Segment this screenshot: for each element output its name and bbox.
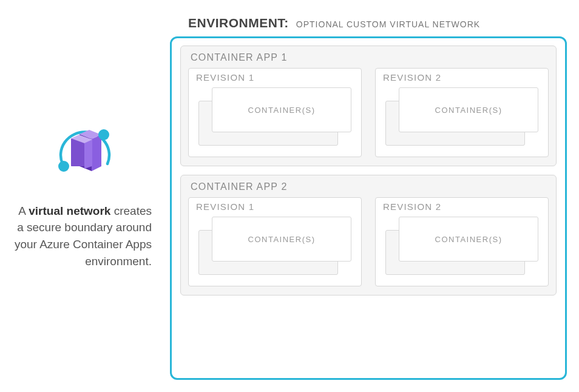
container-card-front: CONTAINER(S)	[399, 217, 538, 262]
revision-row: REVISION 1 CONTAINER(S) REVISION 2 CONTA…	[188, 68, 549, 157]
environment-box: CONTAINER APP 1 REVISION 1 CONTAINER(S) …	[170, 36, 567, 380]
environment-label: ENVIRONMENT:	[188, 16, 289, 30]
environment-header: ENVIRONMENT: OPTIONAL CUSTOM VIRTUAL NET…	[170, 12, 567, 36]
app-title: CONTAINER APP 2	[191, 181, 549, 192]
desc-bold: virtual network	[29, 204, 110, 217]
desc-prefix: A	[18, 204, 29, 217]
container-card-front: CONTAINER(S)	[212, 87, 351, 132]
container-stack: CONTAINER(S)	[385, 87, 538, 148]
container-label: CONTAINER(S)	[435, 106, 503, 115]
container-stack: CONTAINER(S)	[198, 87, 351, 148]
environment-sublabel: OPTIONAL CUSTOM VIRTUAL NETWORK	[296, 19, 480, 29]
revision-title: REVISION 1	[196, 201, 355, 212]
description-text: A virtual network creates a secure bound…	[12, 203, 158, 269]
svg-rect-1	[84, 138, 92, 169]
virtual-network-icon	[52, 123, 118, 186]
revision-box: REVISION 1 CONTAINER(S)	[188, 197, 362, 286]
container-label: CONTAINER(S)	[248, 235, 316, 244]
container-card-front: CONTAINER(S)	[212, 217, 351, 262]
svg-point-2	[98, 129, 109, 140]
diagram-column: ENVIRONMENT: OPTIONAL CUSTOM VIRTUAL NET…	[170, 12, 567, 380]
app-title: CONTAINER APP 1	[191, 52, 549, 63]
revision-title: REVISION 1	[196, 72, 355, 83]
description-column: A virtual network creates a secure bound…	[12, 12, 170, 380]
svg-point-3	[58, 161, 69, 172]
container-app-2: CONTAINER APP 2 REVISION 1 CONTAINER(S) …	[180, 175, 557, 296]
revision-row: REVISION 1 CONTAINER(S) REVISION 2 CONTA…	[188, 197, 549, 286]
container-label: CONTAINER(S)	[248, 106, 316, 115]
container-stack: CONTAINER(S)	[385, 217, 538, 277]
revision-box: REVISION 2 CONTAINER(S)	[375, 197, 549, 286]
container-label: CONTAINER(S)	[435, 235, 503, 244]
container-stack: CONTAINER(S)	[198, 217, 351, 277]
revision-box: REVISION 1 CONTAINER(S)	[188, 68, 362, 157]
revision-title: REVISION 2	[383, 72, 542, 83]
svg-rect-0	[71, 138, 84, 166]
revision-box: REVISION 2 CONTAINER(S)	[375, 68, 549, 157]
container-app-1: CONTAINER APP 1 REVISION 1 CONTAINER(S) …	[180, 46, 557, 166]
revision-title: REVISION 2	[383, 201, 542, 212]
container-card-front: CONTAINER(S)	[399, 87, 538, 132]
